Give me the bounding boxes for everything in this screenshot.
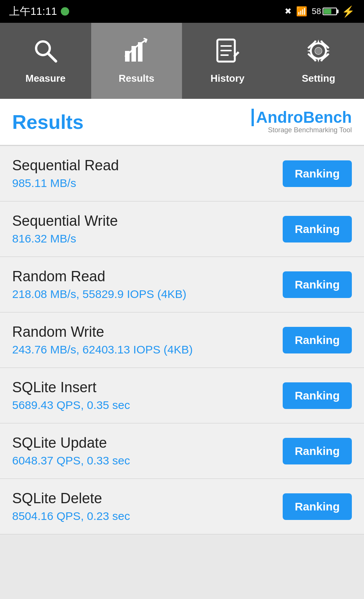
tab-measure[interactable]: Measure <box>0 23 91 99</box>
result-name-3: Random Write <box>12 324 193 340</box>
setting-icon <box>305 38 332 68</box>
result-name-6: SQLite Delete <box>12 490 130 507</box>
app-indicator <box>61 7 69 16</box>
svg-line-1 <box>48 53 56 61</box>
wifi-icon: 📶 <box>296 6 307 17</box>
result-info-sequential-write: Sequential Write 816.32 MB/s <box>12 213 118 245</box>
result-info-random-read: Random Read 218.08 MB/s, 55829.9 IOPS (4… <box>12 268 187 301</box>
result-info-random-write: Random Write 243.76 MB/s, 62403.13 IOPS … <box>12 324 193 356</box>
result-row-random-read: Random Read 218.08 MB/s, 55829.9 IOPS (4… <box>0 257 364 312</box>
battery-display: 58 <box>312 6 337 16</box>
result-row-random-write: Random Write 243.76 MB/s, 62403.13 IOPS … <box>0 312 364 368</box>
result-value-3: 243.76 MB/s, 62403.13 IOPS (4KB) <box>12 343 193 356</box>
result-value-6: 8504.16 QPS, 0.23 sec <box>12 510 130 523</box>
status-left: 上午11:11 <box>9 4 69 19</box>
tab-results-label: Results <box>119 73 154 84</box>
brand-andro: Andro <box>256 108 303 126</box>
result-row-sqlite-update: SQLite Update 6048.37 QPS, 0.33 sec Rank… <box>0 423 364 479</box>
result-info-sqlite-insert: SQLite Insert 5689.43 QPS, 0.35 sec <box>12 379 130 412</box>
ranking-button-1[interactable]: Ranking <box>283 216 352 242</box>
result-row-sqlite-delete: SQLite Delete 8504.16 QPS, 0.23 sec Rank… <box>0 479 364 534</box>
ranking-button-4[interactable]: Ranking <box>283 382 352 409</box>
ranking-button-0[interactable]: Ranking <box>283 160 352 187</box>
brand-bench: Bench <box>303 108 352 126</box>
result-info-sqlite-delete: SQLite Delete 8504.16 QPS, 0.23 sec <box>12 490 130 523</box>
brand-bar <box>252 109 254 126</box>
result-value-4: 5689.43 QPS, 0.35 sec <box>12 399 130 412</box>
ranking-button-6[interactable]: Ranking <box>283 493 352 520</box>
result-row-sequential-read: Sequential Read 985.11 MB/s Ranking <box>0 146 364 201</box>
result-value-0: 985.11 MB/s <box>12 177 119 190</box>
results-icon <box>123 38 150 68</box>
result-list: Sequential Read 985.11 MB/s Ranking Sequ… <box>0 146 364 534</box>
result-name-0: Sequential Read <box>12 157 119 174</box>
tab-bar: Measure Results History <box>0 23 364 99</box>
brand-name: AndroBench <box>256 109 352 125</box>
tab-history[interactable]: History <box>182 23 273 99</box>
brand-logo: AndroBench Storage Benchmarking Tool <box>256 109 352 134</box>
result-value-5: 6048.37 QPS, 0.33 sec <box>12 454 130 467</box>
battery-fill <box>324 9 331 14</box>
tab-setting-label: Setting <box>302 73 335 84</box>
results-header: Results AndroBench Storage Benchmarking … <box>0 99 364 146</box>
result-info-sqlite-update: SQLite Update 6048.37 QPS, 0.33 sec <box>12 435 130 467</box>
result-name-4: SQLite Insert <box>12 379 130 396</box>
result-value-2: 218.08 MB/s, 55829.9 IOPS (4KB) <box>12 288 187 301</box>
result-name-1: Sequential Write <box>12 213 118 229</box>
bolt-icon: ⚡ <box>342 5 355 18</box>
tab-results[interactable]: Results <box>91 23 182 99</box>
measure-icon <box>32 38 59 68</box>
brand-wrapper: AndroBench <box>256 109 352 125</box>
battery-box <box>323 8 337 15</box>
result-row-sequential-write: Sequential Write 816.32 MB/s Ranking <box>0 201 364 257</box>
result-info-sequential-read: Sequential Read 985.11 MB/s <box>12 157 119 190</box>
result-value-1: 816.32 MB/s <box>12 232 118 245</box>
tab-history-label: History <box>210 73 245 84</box>
status-bar: 上午11:11 ✖ 📶 58 ⚡ <box>0 0 364 23</box>
result-name-2: Random Read <box>12 268 187 285</box>
result-name-5: SQLite Update <box>12 435 130 451</box>
results-page-title: Results <box>12 111 84 133</box>
time-display: 上午11:11 <box>9 4 57 19</box>
history-icon <box>214 38 241 68</box>
svg-point-11 <box>315 48 322 54</box>
sim-icon: ✖ <box>285 6 291 16</box>
brand-subtitle: Storage Benchmarking Tool <box>268 126 352 134</box>
ranking-button-5[interactable]: Ranking <box>283 438 352 464</box>
ranking-button-2[interactable]: Ranking <box>283 271 352 298</box>
result-row-sqlite-insert: SQLite Insert 5689.43 QPS, 0.35 sec Rank… <box>0 368 364 423</box>
ranking-button-3[interactable]: Ranking <box>283 327 352 353</box>
tab-measure-label: Measure <box>25 73 66 84</box>
tab-setting[interactable]: Setting <box>273 23 364 99</box>
status-right: ✖ 📶 58 ⚡ <box>285 5 355 18</box>
